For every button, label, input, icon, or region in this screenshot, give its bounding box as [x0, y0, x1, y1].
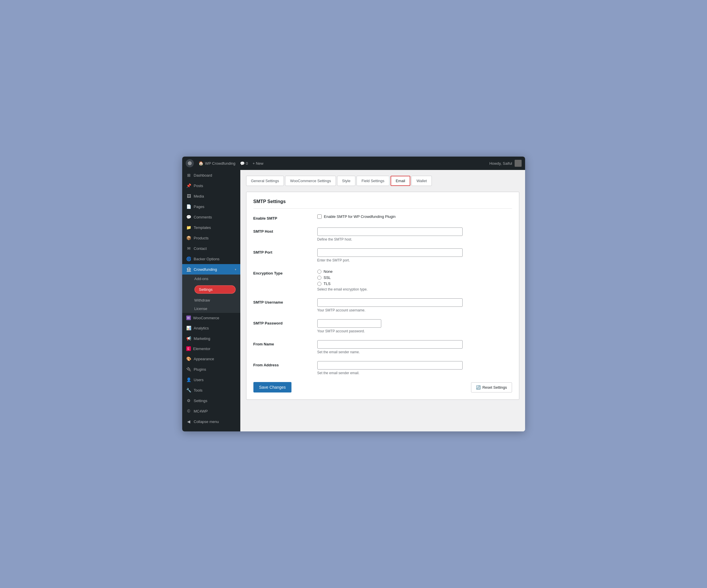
field-smtp-username: Your SMTP account username. — [317, 298, 512, 312]
encryption-help: Select the email encryption type. — [317, 287, 512, 291]
field-smtp-host: Define the SMTP host. — [317, 228, 512, 241]
wp-admin-window: ⊛ 🏠 WP Crowdfunding 💬 0 + New Howdy, Sai… — [182, 157, 525, 431]
sidebar-item-collapse[interactable]: ◀ Collapse menu — [182, 416, 240, 427]
form-row-smtp-port: SMTP Port Enter the SMTP port. — [254, 248, 512, 262]
mc4wp-icon: © — [186, 409, 192, 414]
sidebar-item-backer-options[interactable]: 🌀 Backer Options — [182, 254, 240, 264]
submenu-settings-wrap: Settings — [182, 283, 240, 296]
radio-tls: TLS — [317, 281, 512, 286]
sidebar-item-dashboard[interactable]: ⊞ Dashboard — [182, 170, 240, 180]
field-from-address: Set the email sender email. — [317, 361, 512, 375]
radio-group-encryption: None SSL TLS — [317, 269, 512, 286]
sidebar-item-label: WooCommerce — [193, 316, 220, 320]
sidebar-item-label: Collapse menu — [194, 419, 219, 424]
from-name-input[interactable] — [317, 340, 463, 349]
smtp-host-input[interactable] — [317, 228, 463, 236]
sidebar-item-appearance[interactable]: 🎨 Appearance — [182, 353, 240, 364]
label-smtp-username: SMTP Username — [254, 298, 311, 305]
sidebar-item-elementor[interactable]: E Elementor — [182, 344, 240, 353]
submenu-license[interactable]: License — [182, 305, 240, 313]
sidebar-item-users[interactable]: 👤 Users — [182, 375, 240, 385]
users-icon: 👤 — [186, 377, 192, 382]
sidebar-item-settings[interactable]: ⚙ Settings — [182, 395, 240, 406]
products-icon: 📦 — [186, 235, 192, 241]
sidebar-item-comments[interactable]: 💬 Comments — [182, 212, 240, 222]
sidebar-item-label: Tools — [194, 388, 203, 392]
sidebar-item-label: Products — [194, 236, 209, 240]
from-address-input[interactable] — [317, 361, 463, 370]
sidebar-item-mc4wp[interactable]: © MC4WP — [182, 406, 240, 416]
smtp-username-input[interactable] — [317, 298, 463, 307]
sidebar-item-templates[interactable]: 📁 Templates — [182, 222, 240, 233]
smtp-port-input[interactable] — [317, 248, 463, 257]
howdy-text: Howdy, Saiful — [490, 161, 512, 166]
arrow-icon: ▾ — [235, 268, 236, 271]
comments-nav-icon: 💬 — [186, 214, 192, 220]
sidebar-item-tools[interactable]: 🔧 Tools — [182, 385, 240, 395]
tab-field-settings[interactable]: Field Settings — [357, 176, 390, 186]
sidebar-item-crowdfunding[interactable]: 🏦 Crowdfunding ▾ — [182, 264, 240, 275]
smtp-host-help: Define the SMTP host. — [317, 237, 512, 241]
submenu-withdraw[interactable]: Withdraw — [182, 296, 240, 305]
label-encryption: Encryption Type — [254, 269, 311, 275]
woocommerce-icon: W — [186, 315, 191, 320]
checkbox-row-smtp: Enable SMTP for WP Crowdfunding Plugin — [317, 214, 512, 219]
save-changes-button[interactable]: Save Changes — [254, 382, 292, 392]
radio-ssl: SSL — [317, 275, 512, 280]
submenu-settings[interactable]: Settings — [194, 285, 236, 294]
from-name-help: Set the email sender name. — [317, 350, 512, 354]
tab-style[interactable]: Style — [337, 176, 356, 186]
radio-none-input[interactable] — [317, 270, 322, 274]
sidebar-item-label: Posts — [194, 184, 203, 188]
comments-icon: 💬 — [240, 161, 245, 166]
pages-icon: 📄 — [186, 204, 192, 209]
content-area: General Settings WooCommerce Settings St… — [240, 170, 525, 431]
wp-logo[interactable]: ⊛ — [186, 159, 194, 167]
sidebar-item-label: Analytics — [194, 326, 209, 330]
radio-ssl-label: SSL — [324, 275, 331, 280]
radio-ssl-input[interactable] — [317, 276, 322, 280]
sidebar-item-label: Media — [194, 194, 204, 199]
sidebar-item-marketing[interactable]: 📢 Marketing — [182, 333, 240, 344]
tab-wallet[interactable]: Wallet — [411, 176, 432, 186]
sidebar-item-label: Appearance — [194, 357, 214, 361]
sidebar-item-label: Settings — [194, 399, 207, 403]
sidebar-item-label: Plugins — [194, 367, 206, 372]
reset-settings-button[interactable]: 🔄 Reset Settings — [471, 382, 512, 392]
radio-tls-label: TLS — [324, 281, 331, 286]
field-smtp-password: Your SMTP account password. — [317, 319, 512, 333]
sidebar-item-media[interactable]: 🖼 Media — [182, 191, 240, 201]
sidebar-item-posts[interactable]: 📌 Posts — [182, 180, 240, 191]
reset-icon: 🔄 — [476, 385, 481, 389]
form-row-from-name: From Name Set the email sender name. — [254, 340, 512, 354]
tab-woocommerce-settings[interactable]: WooCommerce Settings — [285, 176, 336, 186]
sidebar-item-label: Templates — [194, 226, 211, 230]
sidebar-item-products[interactable]: 📦 Products — [182, 233, 240, 243]
radio-tls-input[interactable] — [317, 282, 322, 286]
admin-bar-new[interactable]: + New — [252, 161, 263, 166]
sidebar-item-analytics[interactable]: 📊 Analytics — [182, 323, 240, 333]
tab-general-settings[interactable]: General Settings — [246, 176, 284, 186]
sidebar-item-contact[interactable]: ✉ Contact — [182, 243, 240, 254]
settings-icon: ⚙ — [186, 398, 192, 403]
from-address-help: Set the email sender email. — [317, 371, 512, 375]
submenu-add-ons[interactable]: Add-ons — [182, 275, 240, 283]
analytics-icon: 📊 — [186, 325, 192, 331]
sidebar-item-plugins[interactable]: 🔌 Plugins — [182, 364, 240, 375]
form-row-smtp-host: SMTP Host Define the SMTP host. — [254, 228, 512, 241]
form-footer: Save Changes 🔄 Reset Settings — [254, 382, 512, 392]
smtp-password-input[interactable] — [317, 319, 381, 328]
admin-bar-comments[interactable]: 💬 0 — [240, 161, 248, 166]
enable-smtp-checkbox[interactable] — [317, 214, 322, 219]
sidebar-item-pages[interactable]: 📄 Pages — [182, 201, 240, 212]
field-smtp-port: Enter the SMTP port. — [317, 248, 512, 262]
sidebar-item-woocommerce[interactable]: W WooCommerce — [182, 313, 240, 323]
tab-email[interactable]: Email — [391, 176, 411, 186]
admin-bar-site[interactable]: 🏠 WP Crowdfunding — [199, 161, 236, 166]
sidebar-item-label: Pages — [194, 205, 205, 209]
media-icon: 🖼 — [186, 194, 192, 199]
plugins-icon: 🔌 — [186, 367, 192, 372]
sidebar: ⊞ Dashboard 📌 Posts 🖼 Media 📄 Pages 💬 Co… — [182, 170, 240, 431]
label-smtp-host: SMTP Host — [254, 228, 311, 234]
label-from-address: From Address — [254, 361, 311, 367]
